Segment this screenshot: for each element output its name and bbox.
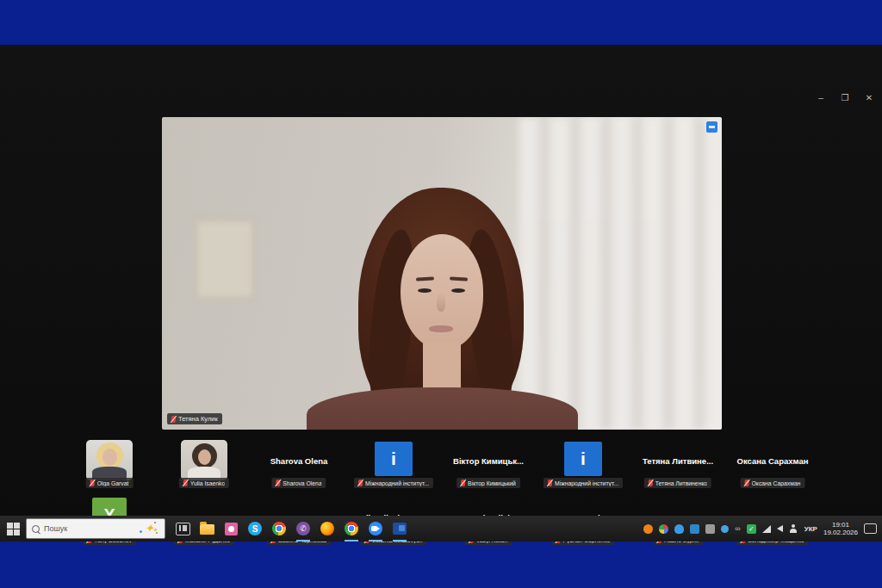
screen: – ❐ ✕ Тетяна Кулик bbox=[0, 0, 882, 588]
letter-avatar: i bbox=[564, 442, 602, 476]
browser-icon bbox=[345, 522, 358, 535]
search-highlights-icon: ✦✦ bbox=[139, 521, 159, 536]
clock-time: 19:01 bbox=[823, 521, 858, 529]
participant-tile[interactable]: i Міжнародний інститут... bbox=[536, 438, 630, 492]
participant-video-thumbnail bbox=[181, 440, 227, 480]
chrome-icon bbox=[272, 522, 286, 535]
tray-app-icon-dot[interactable] bbox=[721, 525, 729, 533]
skype-button[interactable]: S bbox=[245, 516, 265, 542]
muted-mic-icon bbox=[276, 480, 280, 486]
search-icon bbox=[32, 525, 40, 533]
participant-tile[interactable]: Olga Garvat bbox=[62, 438, 157, 492]
picture-frame bbox=[195, 219, 255, 300]
muted-mic-icon bbox=[358, 480, 363, 486]
bottom-letterbox-band bbox=[0, 542, 882, 588]
meeting-app-icon bbox=[393, 523, 407, 535]
participant-name-chip: Тетяна Литвиненко bbox=[644, 478, 711, 488]
muted-mic-icon bbox=[183, 480, 188, 486]
video-quality-badge-icon bbox=[706, 121, 717, 133]
folder-icon bbox=[200, 524, 214, 535]
photos-app-icon bbox=[225, 523, 238, 535]
firefox-icon bbox=[320, 522, 334, 535]
sync-icon[interactable]: ✓ bbox=[747, 524, 756, 534]
network-icon[interactable] bbox=[762, 525, 771, 533]
main-speaker-video[interactable]: Тетяна Кулик bbox=[162, 117, 722, 430]
participant-tile[interactable]: Віктор Кимицьк... Віктор Кимицький bbox=[441, 438, 536, 492]
file-explorer-button[interactable] bbox=[196, 516, 217, 542]
viber-icon: ✆ bbox=[296, 522, 310, 535]
viber-button[interactable]: ✆ bbox=[293, 516, 314, 542]
muted-mic-icon bbox=[745, 480, 749, 486]
photos-app-button[interactable] bbox=[220, 516, 241, 542]
participant-tile[interactable]: Тетяна Литвине... Тетяна Литвиненко bbox=[630, 438, 725, 492]
tray-app-icon-blue[interactable] bbox=[690, 524, 699, 534]
video-camera-icon bbox=[369, 522, 382, 535]
muted-mic-icon bbox=[649, 480, 653, 486]
task-view-button[interactable] bbox=[172, 516, 193, 542]
participant-display-name: Sharova Olena bbox=[252, 456, 346, 466]
tray-app-icon-orange[interactable] bbox=[643, 524, 653, 534]
firefox-button[interactable] bbox=[317, 516, 338, 542]
muted-mic-icon bbox=[461, 480, 465, 486]
system-tray: ∞ ✓ УКР 19:01 19.02.2026 bbox=[643, 521, 882, 536]
participants-row-1: Olga Garvat Yulia Isaenko Sharova Olena … bbox=[62, 438, 820, 492]
participant-tile[interactable]: Yulia Isaenko bbox=[157, 438, 252, 492]
taskbar-clock[interactable]: 19:01 19.02.2026 bbox=[823, 521, 858, 536]
windows-taskbar: Пошук ✦✦ S ✆ ∞ ✓ bbox=[0, 516, 882, 542]
participant-video-thumbnail bbox=[86, 440, 133, 480]
participant-name-chip: Yulia Isaenko bbox=[179, 478, 229, 488]
muted-mic-icon bbox=[90, 480, 95, 486]
participant-tile[interactable]: i Міжнародний інститут... bbox=[346, 438, 441, 492]
top-letterbox-band bbox=[0, 0, 882, 45]
speaker-name-chip: Тетяна Кулик bbox=[167, 413, 222, 424]
participant-name-chip: Оксана Сарахман bbox=[741, 478, 805, 488]
participant-name-chip: Віктор Кимицький bbox=[457, 478, 520, 488]
muted-mic-icon bbox=[171, 416, 176, 423]
search-placeholder: Пошук bbox=[44, 524, 67, 533]
action-center-icon[interactable] bbox=[864, 523, 877, 534]
participant-name-chip: Sharova Olena bbox=[271, 478, 326, 488]
participant-name-chip: Міжнародний інститут... bbox=[543, 478, 623, 488]
link-icon[interactable]: ∞ bbox=[735, 524, 740, 534]
tray-app-icon-multicolor[interactable] bbox=[659, 524, 668, 534]
skype-icon: S bbox=[248, 522, 262, 535]
chrome-button[interactable] bbox=[269, 516, 289, 542]
window-controls: – ❐ ✕ bbox=[815, 93, 875, 102]
participant-display-name: Тетяна Литвине... bbox=[630, 456, 725, 466]
cloud-icon[interactable] bbox=[674, 524, 684, 534]
browser-button[interactable] bbox=[341, 516, 362, 542]
tray-app-icon-gray[interactable] bbox=[705, 524, 715, 534]
search-input[interactable]: Пошук ✦✦ bbox=[26, 518, 165, 539]
windows-logo-icon bbox=[7, 523, 20, 535]
maximize-icon[interactable]: ❐ bbox=[839, 93, 851, 102]
close-icon[interactable]: ✕ bbox=[863, 93, 875, 102]
start-button[interactable] bbox=[0, 516, 26, 542]
task-view-icon bbox=[176, 523, 190, 535]
minimize-icon[interactable]: – bbox=[815, 93, 827, 102]
window-curtain bbox=[519, 117, 722, 430]
people-icon[interactable] bbox=[789, 524, 798, 534]
letter-avatar: i bbox=[375, 442, 413, 476]
participant-display-name: Віктор Кимицьк... bbox=[441, 456, 536, 466]
muted-mic-icon bbox=[548, 480, 552, 486]
clock-date: 19.02.2026 bbox=[823, 529, 858, 536]
pinned-apps: S ✆ bbox=[172, 516, 410, 542]
meeting-app-button[interactable] bbox=[389, 516, 410, 542]
speaker-name-label: Тетяна Кулик bbox=[178, 415, 218, 423]
language-indicator[interactable]: УКР bbox=[804, 525, 817, 533]
speaker-icon[interactable] bbox=[777, 525, 783, 532]
participant-display-name: Оксана Сарахман bbox=[725, 456, 820, 466]
participant-name-chip: Міжнародний інститут... bbox=[354, 478, 433, 488]
participant-tile[interactable]: Sharova Olena Sharova Olena bbox=[252, 438, 346, 492]
participant-name-chip: Olga Garvat bbox=[86, 478, 134, 488]
meeting-window: – ❐ ✕ Тетяна Кулик bbox=[0, 45, 882, 516]
video-call-app-button[interactable] bbox=[365, 516, 386, 542]
participant-tile[interactable]: Оксана Сарахман Оксана Сарахман bbox=[725, 438, 820, 492]
